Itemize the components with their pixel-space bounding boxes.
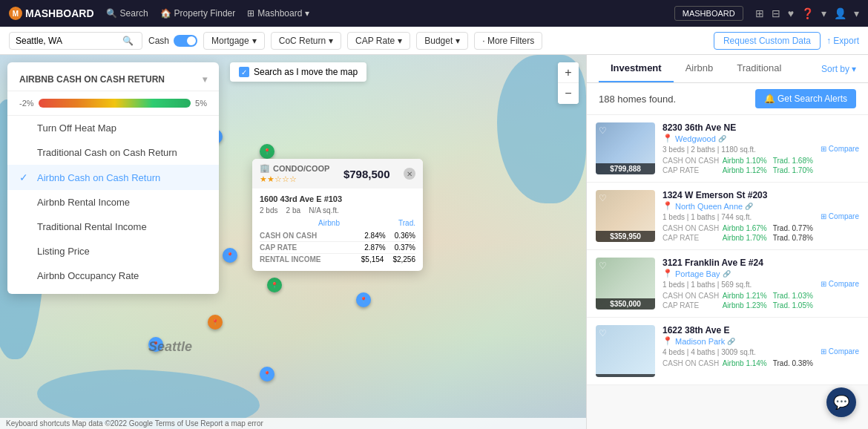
- cash-toggle[interactable]: [174, 35, 197, 47]
- heart-icon-4[interactable]: ♡: [599, 328, 607, 338]
- map-pin-12[interactable]: 📍: [208, 315, 223, 330]
- property-card-3[interactable]: ♡ $350,000 3121 Franklin Ave E #24 📍 Por…: [587, 250, 868, 318]
- chevron-down-icon-3[interactable]: ▾: [854, 7, 859, 19]
- dropdown-item-airbnb-rental[interactable]: Airbnb Rental Income: [7, 190, 219, 214]
- map-pin-10[interactable]: 📍: [267, 278, 282, 292]
- property-card-4[interactable]: ♡ 1622 38th Ave E 📍 Madison Park 🔗 4 bed…: [587, 318, 868, 385]
- heart-icon-2[interactable]: ♡: [599, 193, 607, 203]
- export-btn[interactable]: ↑ Export: [826, 36, 859, 46]
- compare-icon-1: ⊞: [821, 145, 826, 153]
- link-icon-3: 🔗: [723, 270, 731, 278]
- popup-body: 1600 43rd Ave E #103 2 bds 2 ba N/A sq.f…: [252, 189, 423, 271]
- cap-row-2: CAP RATE Airbnb 1.70% Trad. 0.78%: [662, 234, 813, 242]
- more-filters-btn[interactable]: · More Filters: [474, 32, 542, 50]
- map-pin-11[interactable]: 📍: [356, 292, 371, 307]
- search-icon: 🔍: [106, 8, 117, 19]
- grid-view-icon[interactable]: ⊞: [755, 7, 764, 19]
- popup-trad-rental: $2,256: [392, 255, 415, 263]
- card-info-3: 3121 Franklin Ave E #24 📍 Portage Bay 🔗 …: [662, 258, 813, 310]
- chevron-down-icon-cap: ▾: [398, 36, 402, 46]
- get-search-alerts-btn[interactable]: 🔔 Get Search Alerts: [755, 89, 856, 108]
- property-popup: 🏢 CONDO/COOP ★★☆☆☆ $798,500 ✕ 1600 43rd …: [252, 159, 423, 271]
- card-stats-4: CASH ON CASH Airbnb 1.14% Trad. 0.38%: [662, 359, 813, 367]
- compare-btn-4[interactable]: ⊞ Compare: [821, 325, 859, 377]
- property-finder-nav-item[interactable]: 🏠 Property Finder: [160, 8, 236, 19]
- budget-filter[interactable]: Budget ▾: [416, 32, 468, 50]
- card-address-2: 1324 W Emerson St #203: [662, 190, 813, 200]
- heatmap-gradient-bar: -2% 5%: [7, 94, 219, 116]
- card-specs-1: 3 beds | 2 baths | 1180 sq.ft.: [662, 145, 813, 154]
- tab-airbnb[interactable]: Airbnb: [674, 55, 726, 82]
- dropdown-item-airbnb-cash[interactable]: ✓ Airbnb Cash on Cash Return: [7, 165, 219, 190]
- heart-icon-3[interactable]: ♡: [599, 261, 607, 271]
- price-tag-2: $359,950: [596, 231, 655, 242]
- popup-details: 2 bds 2 ba N/A sq.ft.: [260, 206, 415, 214]
- card-info-2: 1324 W Emerson St #203 📍 North Queen Ann…: [662, 190, 813, 242]
- mashboard-button[interactable]: MASHBOARD: [674, 6, 743, 21]
- search-glass-icon: 🔍: [122, 36, 134, 46]
- chat-bubble-btn[interactable]: 💬: [826, 387, 856, 417]
- dropdown-item-traditional-rental[interactable]: Traditional Rental Income: [7, 214, 219, 239]
- chevron-down-icon-mortgage: ▾: [252, 36, 257, 46]
- card-address-4: 1622 38th Ave E: [662, 325, 813, 335]
- dropdown-item-turn-off-heat-map[interactable]: Turn Off Heat Map: [7, 116, 219, 140]
- map-pin-4[interactable]: 📍: [260, 144, 274, 159]
- property-card-1[interactable]: ♡ $799,888 8230 36th Ave NE 📍 Wedgwood 🔗…: [587, 115, 868, 183]
- location-icon-4: 📍: [662, 336, 673, 346]
- user-icon[interactable]: 👤: [834, 7, 846, 19]
- chevron-down-icon-2[interactable]: ▾: [821, 7, 826, 19]
- card-address-1: 8230 36th Ave NE: [662, 122, 813, 133]
- search-nav-item[interactable]: 🔍 Search: [106, 8, 148, 19]
- zoom-in-btn[interactable]: +: [558, 62, 579, 83]
- cap-row-3: CAP RATE Airbnb 1.23% Trad. 1.05%: [662, 301, 813, 310]
- map-pin-14[interactable]: 📍: [260, 367, 274, 381]
- search-move-checkbox[interactable]: ✓: [239, 67, 249, 77]
- chevron-down-icon-dropdown[interactable]: ▾: [203, 74, 207, 85]
- coc-row-4: CASH ON CASH Airbnb 1.14% Trad. 0.38%: [662, 359, 813, 367]
- zoom-out-btn[interactable]: −: [558, 83, 579, 104]
- dropdown-title: AIRBNB CASH ON CASH RETURN: [19, 74, 165, 85]
- main-content: 📍 📍 📍 📍 📍 📍 📍 📍 📍 📍 📍 📍 📍 📍 Seattle ✓ Se…: [0, 55, 868, 429]
- logo-text: MASHBOARD: [25, 7, 94, 19]
- dropdown-header: AIRBNB CASH ON CASH RETURN ▾: [7, 68, 219, 91]
- card-location-3: 📍 Portage Bay 🔗: [662, 269, 813, 278]
- dropdown-item-listing-price[interactable]: Listing Price: [7, 239, 219, 263]
- tab-traditional[interactable]: Traditional: [725, 55, 793, 82]
- location-search-box[interactable]: 🔍: [9, 32, 142, 50]
- cap-rate-filter[interactable]: CAP Rate ▾: [347, 32, 410, 50]
- right-panel: Investment Airbnb Traditional Sort by ▾ …: [586, 55, 868, 429]
- map-area[interactable]: 📍 📍 📍 📍 📍 📍 📍 📍 📍 📍 📍 📍 📍 📍 Seattle ✓ Se…: [0, 55, 586, 429]
- help-icon[interactable]: ❓: [801, 7, 814, 19]
- request-custom-data-btn[interactable]: Request Custom Data: [714, 32, 821, 50]
- card-specs-3: 1 beds | 1 baths | 569 sq.ft.: [662, 281, 813, 289]
- mashboard-nav-item[interactable]: ⊞ Mashboard ▾: [247, 8, 309, 19]
- favorites-icon[interactable]: ♥: [788, 7, 794, 19]
- location-search-input[interactable]: [16, 36, 119, 46]
- logo[interactable]: M MASHBOARD: [9, 7, 94, 20]
- search-move-label: Search as I move the map: [254, 67, 358, 77]
- property-card-2[interactable]: ♡ $359,950 1324 W Emerson St #203 📍 Nort…: [587, 183, 868, 250]
- card-stats-3: CASH ON CASH Airbnb 1.21% Trad. 1.03% CA…: [662, 292, 813, 310]
- search-as-move-bar[interactable]: ✓ Search as I move the map: [230, 62, 366, 82]
- property-image-2: ♡ $359,950: [596, 190, 655, 242]
- popup-close-btn[interactable]: ✕: [404, 168, 415, 180]
- price-tag-4: [596, 374, 655, 377]
- popup-trad-coc: 0.36%: [395, 232, 415, 240]
- chevron-down-icon: ▾: [305, 8, 309, 19]
- card-location-4: 📍 Madison Park 🔗: [662, 336, 813, 346]
- compare-btn-1[interactable]: ⊞ Compare: [821, 122, 859, 174]
- table-view-icon[interactable]: ⊟: [772, 7, 780, 19]
- mortgage-filter[interactable]: Mortgage ▾: [203, 32, 265, 50]
- logo-icon: M: [9, 7, 22, 20]
- compare-btn-2[interactable]: ⊞ Compare: [821, 190, 859, 242]
- sort-by-btn[interactable]: Sort by ▾: [821, 64, 856, 74]
- dropdown-item-traditional-cash[interactable]: Traditional Cash on Cash Return: [7, 140, 219, 165]
- property-image-3: ♡ $350,000: [596, 258, 655, 310]
- dropdown-item-airbnb-occupancy[interactable]: Airbnb Occupancy Rate: [7, 263, 219, 288]
- compare-btn-3[interactable]: ⊞ Compare: [821, 258, 859, 310]
- map-pin-9[interactable]: 📍: [223, 248, 237, 263]
- tab-investment[interactable]: Investment: [599, 55, 674, 82]
- heart-icon-1[interactable]: ♡: [599, 125, 607, 136]
- coc-return-filter[interactable]: CoC Return ▾: [271, 32, 341, 50]
- chevron-down-sort-icon: ▾: [852, 64, 856, 74]
